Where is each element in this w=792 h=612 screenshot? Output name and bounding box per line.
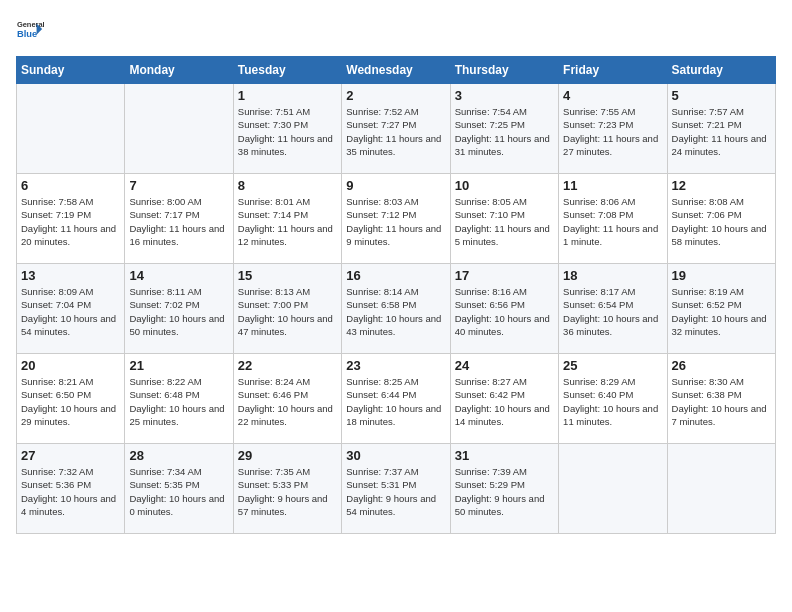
cell-info: Sunrise: 8:06 AM Sunset: 7:08 PM Dayligh… xyxy=(563,195,662,248)
cell-info: Sunrise: 7:37 AM Sunset: 5:31 PM Dayligh… xyxy=(346,465,445,518)
week-row-5: 27Sunrise: 7:32 AM Sunset: 5:36 PM Dayli… xyxy=(17,444,776,534)
col-header-tuesday: Tuesday xyxy=(233,57,341,84)
day-number: 30 xyxy=(346,448,445,463)
day-number: 18 xyxy=(563,268,662,283)
day-number: 7 xyxy=(129,178,228,193)
col-header-saturday: Saturday xyxy=(667,57,775,84)
day-number: 13 xyxy=(21,268,120,283)
day-number: 5 xyxy=(672,88,771,103)
cell-info: Sunrise: 8:17 AM Sunset: 6:54 PM Dayligh… xyxy=(563,285,662,338)
calendar-cell: 30Sunrise: 7:37 AM Sunset: 5:31 PM Dayli… xyxy=(342,444,450,534)
calendar-cell: 2Sunrise: 7:52 AM Sunset: 7:27 PM Daylig… xyxy=(342,84,450,174)
day-number: 28 xyxy=(129,448,228,463)
day-number: 17 xyxy=(455,268,554,283)
calendar-cell: 1Sunrise: 7:51 AM Sunset: 7:30 PM Daylig… xyxy=(233,84,341,174)
day-number: 25 xyxy=(563,358,662,373)
day-number: 3 xyxy=(455,88,554,103)
calendar-cell: 20Sunrise: 8:21 AM Sunset: 6:50 PM Dayli… xyxy=(17,354,125,444)
day-number: 10 xyxy=(455,178,554,193)
week-row-4: 20Sunrise: 8:21 AM Sunset: 6:50 PM Dayli… xyxy=(17,354,776,444)
cell-info: Sunrise: 8:03 AM Sunset: 7:12 PM Dayligh… xyxy=(346,195,445,248)
day-number: 15 xyxy=(238,268,337,283)
cell-info: Sunrise: 8:29 AM Sunset: 6:40 PM Dayligh… xyxy=(563,375,662,428)
day-number: 22 xyxy=(238,358,337,373)
calendar-cell: 14Sunrise: 8:11 AM Sunset: 7:02 PM Dayli… xyxy=(125,264,233,354)
logo: GeneralBlue xyxy=(16,16,44,44)
cell-info: Sunrise: 7:54 AM Sunset: 7:25 PM Dayligh… xyxy=(455,105,554,158)
cell-info: Sunrise: 8:22 AM Sunset: 6:48 PM Dayligh… xyxy=(129,375,228,428)
day-number: 31 xyxy=(455,448,554,463)
calendar-cell: 15Sunrise: 8:13 AM Sunset: 7:00 PM Dayli… xyxy=(233,264,341,354)
calendar-cell: 27Sunrise: 7:32 AM Sunset: 5:36 PM Dayli… xyxy=(17,444,125,534)
day-number: 14 xyxy=(129,268,228,283)
cell-info: Sunrise: 8:11 AM Sunset: 7:02 PM Dayligh… xyxy=(129,285,228,338)
cell-info: Sunrise: 8:25 AM Sunset: 6:44 PM Dayligh… xyxy=(346,375,445,428)
calendar-cell: 17Sunrise: 8:16 AM Sunset: 6:56 PM Dayli… xyxy=(450,264,558,354)
day-number: 19 xyxy=(672,268,771,283)
calendar-cell: 28Sunrise: 7:34 AM Sunset: 5:35 PM Dayli… xyxy=(125,444,233,534)
col-header-wednesday: Wednesday xyxy=(342,57,450,84)
calendar-cell: 19Sunrise: 8:19 AM Sunset: 6:52 PM Dayli… xyxy=(667,264,775,354)
calendar-cell xyxy=(17,84,125,174)
calendar-cell xyxy=(667,444,775,534)
cell-info: Sunrise: 8:19 AM Sunset: 6:52 PM Dayligh… xyxy=(672,285,771,338)
col-header-sunday: Sunday xyxy=(17,57,125,84)
day-number: 29 xyxy=(238,448,337,463)
cell-info: Sunrise: 7:52 AM Sunset: 7:27 PM Dayligh… xyxy=(346,105,445,158)
calendar-table: SundayMondayTuesdayWednesdayThursdayFrid… xyxy=(16,56,776,534)
day-number: 24 xyxy=(455,358,554,373)
cell-info: Sunrise: 7:39 AM Sunset: 5:29 PM Dayligh… xyxy=(455,465,554,518)
cell-info: Sunrise: 8:30 AM Sunset: 6:38 PM Dayligh… xyxy=(672,375,771,428)
cell-info: Sunrise: 8:13 AM Sunset: 7:00 PM Dayligh… xyxy=(238,285,337,338)
col-header-thursday: Thursday xyxy=(450,57,558,84)
day-number: 1 xyxy=(238,88,337,103)
calendar-cell: 24Sunrise: 8:27 AM Sunset: 6:42 PM Dayli… xyxy=(450,354,558,444)
cell-info: Sunrise: 8:27 AM Sunset: 6:42 PM Dayligh… xyxy=(455,375,554,428)
cell-info: Sunrise: 8:16 AM Sunset: 6:56 PM Dayligh… xyxy=(455,285,554,338)
calendar-cell: 5Sunrise: 7:57 AM Sunset: 7:21 PM Daylig… xyxy=(667,84,775,174)
day-number: 20 xyxy=(21,358,120,373)
day-number: 23 xyxy=(346,358,445,373)
day-number: 9 xyxy=(346,178,445,193)
day-number: 26 xyxy=(672,358,771,373)
header: GeneralBlue xyxy=(16,16,776,44)
day-number: 4 xyxy=(563,88,662,103)
calendar-cell: 16Sunrise: 8:14 AM Sunset: 6:58 PM Dayli… xyxy=(342,264,450,354)
cell-info: Sunrise: 7:32 AM Sunset: 5:36 PM Dayligh… xyxy=(21,465,120,518)
calendar-cell: 22Sunrise: 8:24 AM Sunset: 6:46 PM Dayli… xyxy=(233,354,341,444)
day-number: 21 xyxy=(129,358,228,373)
cell-info: Sunrise: 8:21 AM Sunset: 6:50 PM Dayligh… xyxy=(21,375,120,428)
cell-info: Sunrise: 7:58 AM Sunset: 7:19 PM Dayligh… xyxy=(21,195,120,248)
cell-info: Sunrise: 8:08 AM Sunset: 7:06 PM Dayligh… xyxy=(672,195,771,248)
calendar-cell xyxy=(559,444,667,534)
cell-info: Sunrise: 7:51 AM Sunset: 7:30 PM Dayligh… xyxy=(238,105,337,158)
calendar-cell: 11Sunrise: 8:06 AM Sunset: 7:08 PM Dayli… xyxy=(559,174,667,264)
calendar-cell: 9Sunrise: 8:03 AM Sunset: 7:12 PM Daylig… xyxy=(342,174,450,264)
calendar-cell: 26Sunrise: 8:30 AM Sunset: 6:38 PM Dayli… xyxy=(667,354,775,444)
day-number: 16 xyxy=(346,268,445,283)
week-row-2: 6Sunrise: 7:58 AM Sunset: 7:19 PM Daylig… xyxy=(17,174,776,264)
calendar-cell: 31Sunrise: 7:39 AM Sunset: 5:29 PM Dayli… xyxy=(450,444,558,534)
calendar-cell: 29Sunrise: 7:35 AM Sunset: 5:33 PM Dayli… xyxy=(233,444,341,534)
calendar-cell: 18Sunrise: 8:17 AM Sunset: 6:54 PM Dayli… xyxy=(559,264,667,354)
cell-info: Sunrise: 7:34 AM Sunset: 5:35 PM Dayligh… xyxy=(129,465,228,518)
calendar-cell: 4Sunrise: 7:55 AM Sunset: 7:23 PM Daylig… xyxy=(559,84,667,174)
calendar-cell: 3Sunrise: 7:54 AM Sunset: 7:25 PM Daylig… xyxy=(450,84,558,174)
day-number: 8 xyxy=(238,178,337,193)
cell-info: Sunrise: 7:57 AM Sunset: 7:21 PM Dayligh… xyxy=(672,105,771,158)
cell-info: Sunrise: 8:14 AM Sunset: 6:58 PM Dayligh… xyxy=(346,285,445,338)
cell-info: Sunrise: 8:24 AM Sunset: 6:46 PM Dayligh… xyxy=(238,375,337,428)
calendar-cell: 23Sunrise: 8:25 AM Sunset: 6:44 PM Dayli… xyxy=(342,354,450,444)
week-row-1: 1Sunrise: 7:51 AM Sunset: 7:30 PM Daylig… xyxy=(17,84,776,174)
calendar-cell: 7Sunrise: 8:00 AM Sunset: 7:17 PM Daylig… xyxy=(125,174,233,264)
day-number: 11 xyxy=(563,178,662,193)
day-number: 27 xyxy=(21,448,120,463)
calendar-cell xyxy=(125,84,233,174)
day-number: 2 xyxy=(346,88,445,103)
calendar-cell: 8Sunrise: 8:01 AM Sunset: 7:14 PM Daylig… xyxy=(233,174,341,264)
header-row: SundayMondayTuesdayWednesdayThursdayFrid… xyxy=(17,57,776,84)
col-header-friday: Friday xyxy=(559,57,667,84)
calendar-cell: 25Sunrise: 8:29 AM Sunset: 6:40 PM Dayli… xyxy=(559,354,667,444)
logo-icon: GeneralBlue xyxy=(16,16,44,44)
calendar-cell: 10Sunrise: 8:05 AM Sunset: 7:10 PM Dayli… xyxy=(450,174,558,264)
